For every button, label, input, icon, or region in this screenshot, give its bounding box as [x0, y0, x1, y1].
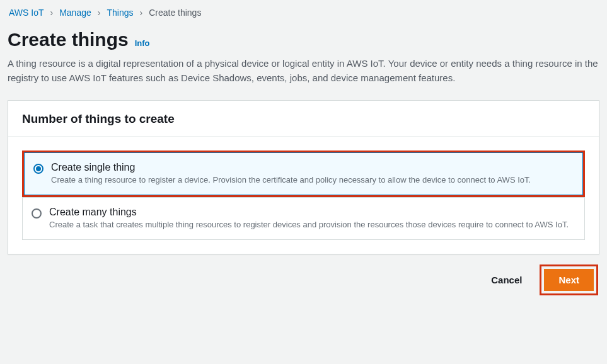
radio-icon [33, 164, 43, 174]
option-subtitle: Create a thing resource to register a de… [51, 174, 531, 186]
page-title-row: Create things Info [8, 29, 599, 50]
page-title: Create things [8, 29, 129, 50]
option-create-single-thing[interactable]: Create single thing Create a thing resou… [24, 152, 583, 195]
card-number-of-things: Number of things to create Create single… [8, 100, 599, 254]
option-create-many-things[interactable]: Create many things Create a task that cr… [22, 197, 585, 240]
breadcrumb-link-manage[interactable]: Manage [59, 8, 91, 18]
info-link[interactable]: Info [135, 38, 150, 48]
highlight-next: Next [540, 264, 598, 295]
radio-icon [32, 208, 42, 219]
option-title: Create single thing [51, 162, 531, 173]
highlight-create-single: Create single thing Create a thing resou… [22, 151, 585, 197]
next-button[interactable]: Next [544, 269, 594, 291]
card-header-title: Number of things to create [22, 112, 585, 126]
card-body: Create single thing Create a thing resou… [8, 137, 599, 254]
breadcrumb-link-things[interactable]: Things [107, 8, 133, 18]
chevron-right-icon: › [139, 8, 142, 18]
footer-actions: Cancel Next [8, 264, 599, 295]
page-description: A thing resource is a digital representa… [8, 57, 599, 85]
chevron-right-icon: › [50, 8, 54, 18]
chevron-right-icon: › [98, 8, 101, 18]
breadcrumb-link-aws-iot[interactable]: AWS IoT [9, 8, 44, 18]
card-header: Number of things to create [8, 101, 599, 137]
breadcrumb-current: Create things [149, 8, 201, 18]
option-subtitle: Create a task that creates multiple thin… [49, 219, 569, 230]
breadcrumb: AWS IoT › Manage › Things › Create thing… [8, 8, 599, 18]
cancel-button[interactable]: Cancel [482, 270, 531, 290]
option-title: Create many things [49, 207, 569, 218]
